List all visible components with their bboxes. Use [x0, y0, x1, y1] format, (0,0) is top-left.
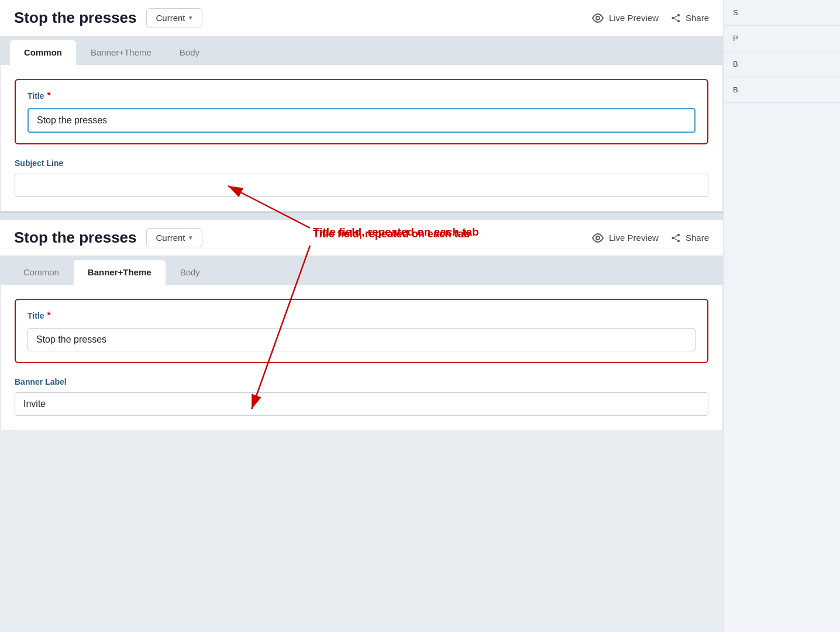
share-button-top[interactable]: Share	[670, 13, 709, 23]
version-dropdown-top[interactable]: Current ▾	[146, 8, 202, 27]
sidebar-item-1: S	[724, 0, 840, 26]
page-wrapper: Title field, repeated on each tab Stop t…	[0, 0, 840, 632]
main-content: Stop the presses Current ▾ Live Preview	[0, 0, 723, 430]
share-icon-top	[670, 13, 681, 23]
subject-input-top[interactable]	[15, 174, 708, 197]
bottom-content-area: Title * Banner Label	[0, 284, 723, 430]
tab-body-top[interactable]: Body	[166, 40, 214, 64]
live-preview-button-bottom[interactable]: Live Preview	[591, 233, 659, 243]
tab-body-bottom[interactable]: Body	[166, 260, 214, 284]
header-actions-bottom: Live Preview Share	[591, 233, 709, 243]
eye-icon-bottom	[591, 233, 604, 243]
title-label-top: Title *	[27, 91, 696, 101]
tabs-bar-top: Common Banner+Theme Body	[0, 36, 723, 64]
sidebar-item-3: B	[724, 51, 840, 77]
bottom-header: Stop the presses Current ▾ Live Preview	[0, 220, 723, 256]
sidebar-item-2: P	[724, 26, 840, 51]
tab-banner-theme-top[interactable]: Banner+Theme	[77, 40, 166, 64]
banner-field-bottom: Banner Label	[15, 377, 708, 416]
title-input-top[interactable]	[27, 108, 696, 133]
title-input-bottom[interactable]	[27, 328, 696, 351]
tab-banner-theme-bottom[interactable]: Banner+Theme	[73, 260, 166, 285]
tab-common-top[interactable]: Common	[9, 40, 77, 65]
sidebar-item-4: B	[724, 77, 840, 103]
share-icon-bottom	[670, 233, 681, 243]
header-actions-top: Live Preview Share	[591, 13, 709, 23]
banner-input-bottom[interactable]	[15, 392, 708, 416]
subject-label-top: Subject Line	[15, 158, 708, 168]
eye-icon-top	[591, 13, 604, 23]
top-header: Stop the presses Current ▾ Live Preview	[0, 0, 723, 36]
page-title-top: Stop the presses	[14, 9, 137, 27]
banner-label-bottom: Banner Label	[15, 377, 708, 386]
version-label-top: Current	[156, 13, 185, 23]
tabs-bar-bottom: Common Banner+Theme Body	[0, 256, 723, 284]
top-content-area: Title * Subject Line	[0, 64, 723, 212]
title-field-annotation-box-bottom: Title *	[15, 299, 708, 363]
subject-field-top: Subject Line	[15, 158, 708, 197]
tab-common-bottom[interactable]: Common	[9, 260, 73, 284]
live-preview-button-top[interactable]: Live Preview	[591, 13, 659, 23]
top-panel: Stop the presses Current ▾ Live Preview	[0, 0, 723, 212]
title-required-top: *	[47, 91, 51, 101]
page-title-bottom: Stop the presses	[14, 229, 137, 247]
version-dropdown-bottom[interactable]: Current ▾	[146, 228, 202, 247]
title-label-bottom: Title *	[27, 310, 696, 321]
share-button-bottom[interactable]: Share	[670, 233, 709, 243]
panel-divider	[0, 212, 723, 220]
share-label-bottom: Share	[686, 233, 709, 243]
chevron-down-icon-bottom: ▾	[189, 234, 192, 241]
svg-point-4	[596, 16, 600, 20]
share-label-top: Share	[686, 13, 709, 23]
bottom-panel: Stop the presses Current ▾ Live Preview	[0, 220, 723, 430]
title-field-annotation-box-top: Title *	[15, 79, 708, 144]
svg-point-5	[596, 236, 600, 240]
live-preview-label-bottom: Live Preview	[609, 233, 659, 243]
version-label-bottom: Current	[156, 233, 185, 243]
title-required-bottom: *	[47, 310, 51, 321]
live-preview-label-top: Live Preview	[609, 13, 659, 23]
chevron-down-icon: ▾	[189, 14, 192, 22]
right-sidebar: S P B B	[723, 0, 840, 632]
